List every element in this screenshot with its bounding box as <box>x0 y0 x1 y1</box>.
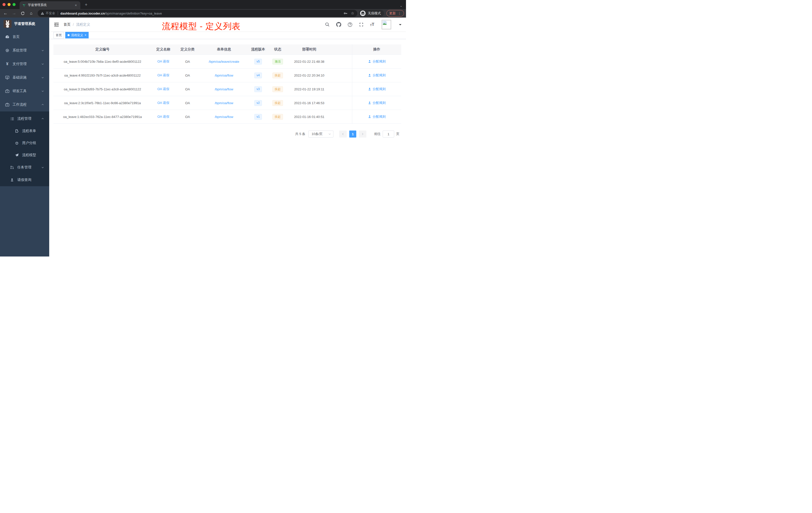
bookmark-star-icon[interactable]: ☆ <box>351 11 354 16</box>
sidebar-item-home[interactable]: 首页 <box>0 30 49 44</box>
sidebar-item-devtools[interactable]: 研发工具 <box>0 84 49 98</box>
tab-close-icon[interactable]: × <box>74 3 78 7</box>
definition-category: OA <box>175 110 200 123</box>
home-button[interactable]: ⌂ <box>28 10 35 17</box>
definition-name-link[interactable]: OA 请假 <box>157 59 170 64</box>
table-row: oa_leave:1:482ec033-762a-11ec-8477-a2380… <box>54 110 401 124</box>
person-icon <box>368 87 371 91</box>
close-window-button[interactable] <box>2 3 5 6</box>
pagination-total: 共 5 条 <box>295 132 305 136</box>
assign-rule-button[interactable]: 分配规则 <box>368 87 386 91</box>
definition-name-link[interactable]: OA 请假 <box>157 101 170 105</box>
robot-face-icon <box>14 141 19 145</box>
row-spacer <box>331 82 352 96</box>
reload-button[interactable] <box>19 10 26 17</box>
sidebar-item-user-group[interactable]: 用户分组 <box>0 137 49 149</box>
current-page-button[interactable]: 1 <box>349 130 356 138</box>
sidebar-item-workflow[interactable]: 工作流程 <box>0 98 49 112</box>
paper-plane-icon <box>14 153 19 157</box>
omnibox-divider <box>58 11 58 15</box>
address-bar[interactable]: 不安全 dashboard.yudao.iocoder.cn /bpm/mana… <box>38 10 357 17</box>
new-tab-button[interactable]: + <box>83 1 89 8</box>
table-row: oa_leave:5:004b710b-7b8a-11ec-8ef0-acde4… <box>54 55 401 68</box>
goto-page-input[interactable] <box>383 130 394 138</box>
sidebar-item-system[interactable]: 系统管理 <box>0 44 49 57</box>
forward-button[interactable]: → <box>10 10 18 17</box>
sidebar-item-payment[interactable]: ¥ 支付管理 <box>0 57 49 71</box>
chevron-down-icon <box>41 90 44 93</box>
header-form-info: 表单信息 <box>200 44 248 55</box>
avatar[interactable] <box>382 20 391 29</box>
form-link[interactable]: /bpm/oa/leave/create <box>209 60 239 63</box>
assign-rule-button[interactable]: 分配规则 <box>368 73 386 78</box>
prev-page-button[interactable] <box>339 130 347 138</box>
sidebar-item-process-model[interactable]: 流程模型 <box>0 149 49 161</box>
header-process-version: 流程版本 <box>248 44 268 55</box>
definition-name-link[interactable]: OA 请假 <box>157 73 170 78</box>
tag-process-definition[interactable]: 流程定义 × <box>65 32 89 38</box>
chevron-up-icon <box>41 103 44 106</box>
incognito-badge: 无痕模式 <box>359 10 384 17</box>
chevron-down-icon <box>41 49 44 52</box>
password-key-icon[interactable] <box>344 11 348 15</box>
version-tag: v2 <box>254 100 262 106</box>
tab-overflow-icon[interactable]: ⌄ <box>400 4 403 7</box>
sidebar-item-process-form[interactable]: 流程表单 <box>0 125 49 137</box>
app-logo: 芋道管理系统 <box>0 18 49 30</box>
browser-tab[interactable]: 芋道管理系统 × <box>20 1 80 9</box>
form-link[interactable]: /bpm/oa/flow <box>215 101 233 105</box>
browser-menu-kebab-icon[interactable]: ⋮ <box>398 11 401 15</box>
github-icon[interactable] <box>336 22 341 27</box>
page-size-select[interactable]: 10条/页 <box>308 130 334 138</box>
font-size-icon[interactable]: TT <box>370 22 374 27</box>
definition-name-link[interactable]: OA 请假 <box>157 115 170 119</box>
header-spacer <box>331 44 352 55</box>
document-edit-icon <box>14 129 19 133</box>
sidebar-item-leave-query[interactable]: 请假查询 <box>0 174 49 186</box>
incognito-icon <box>360 10 366 16</box>
security-warning-icon <box>41 11 44 15</box>
definition-id: oa_leave:2:3c1f0ef1-76b1-11ec-9c66-a2380… <box>54 96 151 110</box>
url-host: dashboard.yudao.iocoder.cn <box>60 11 105 15</box>
back-button[interactable]: ← <box>2 10 9 17</box>
chevron-down-icon <box>41 62 44 65</box>
tag-home[interactable]: 首页 <box>54 32 64 38</box>
sidebar-fold-icon[interactable] <box>54 22 59 27</box>
form-link[interactable]: /bpm/oa/flow <box>215 73 233 77</box>
help-icon[interactable] <box>348 22 352 27</box>
annotation-title: 流程模型 - 定义列表 <box>162 21 240 32</box>
fullscreen-icon[interactable] <box>359 22 364 27</box>
person-icon <box>368 115 371 118</box>
sidebar-item-task-mgmt[interactable]: 任务管理 <box>0 161 49 174</box>
flow-tree-icon <box>10 165 14 170</box>
next-page-button[interactable] <box>359 130 366 138</box>
update-button[interactable]: 更新 ⋮ <box>386 10 404 17</box>
status-badge: 挂起 <box>272 100 283 106</box>
header-deploy-time: 部署时间 <box>287 44 331 55</box>
search-icon[interactable] <box>325 22 330 27</box>
definition-name-link[interactable]: OA 请假 <box>157 87 170 91</box>
version-tag: v5 <box>254 59 262 64</box>
assign-rule-button[interactable]: 分配规则 <box>368 101 386 105</box>
form-link[interactable]: /bpm/oa/flow <box>215 115 233 119</box>
breadcrumb-current: 流程定义 <box>76 22 90 27</box>
table-header-row: 定义编号 定义名称 定义分类 表单信息 流程版本 状态 部署时间 操作 <box>54 44 401 55</box>
person-icon <box>368 60 371 63</box>
dropdown-caret-icon[interactable] <box>399 24 402 27</box>
tags-view: 首页 流程定义 × <box>49 31 406 39</box>
security-warning-label[interactable]: 不安全 <box>46 11 55 16</box>
assign-rule-button[interactable]: 分配规则 <box>368 59 386 64</box>
header-definition-id: 定义编号 <box>54 44 151 55</box>
breadcrumb-home[interactable]: 首页 <box>63 22 70 27</box>
sidebar-item-infrastructure[interactable]: 基础设施 <box>0 71 49 84</box>
list-icon <box>10 117 14 121</box>
assign-rule-button[interactable]: 分配规则 <box>368 115 386 119</box>
browser-window: 芋道管理系统 × + ⌄ ← → ⌂ 不安全 dashboard.yudao.i… <box>0 0 406 256</box>
active-dot-icon <box>67 34 69 36</box>
briefcase-icon <box>5 102 9 107</box>
minimize-window-button[interactable] <box>7 3 10 6</box>
form-link[interactable]: /bpm/oa/flow <box>215 87 233 91</box>
sidebar-item-process-mgmt[interactable]: 流程管理 <box>0 113 49 125</box>
tag-close-icon[interactable]: × <box>85 33 86 37</box>
zoom-window-button[interactable] <box>12 3 16 6</box>
